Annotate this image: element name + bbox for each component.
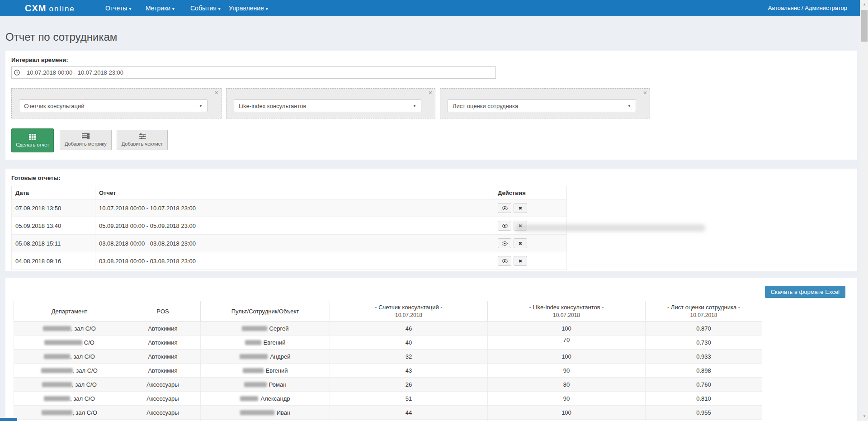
- status-tooltip: [0, 418, 17, 421]
- like-index-value: 100: [488, 406, 646, 420]
- employee-cell: Роман: [201, 378, 330, 392]
- table-row: 05.08.2018 15:11 03.08.2018 00:00 - 03.0…: [12, 235, 567, 252]
- counter-value: 51: [330, 392, 488, 406]
- counter-value: 40: [330, 336, 488, 350]
- counter-value: 44: [330, 406, 488, 420]
- filters-panel: Интервал времени: × Счетчик консультаций…: [5, 51, 857, 160]
- redacted-text: [240, 410, 274, 415]
- add-checklist-button[interactable]: Добавить чеклист: [117, 130, 168, 150]
- redacted-text: [242, 326, 267, 331]
- nav-menu-management[interactable]: Управление▾: [229, 0, 268, 16]
- delete-report-button[interactable]: ✖: [514, 238, 527, 248]
- close-icon[interactable]: ×: [215, 90, 218, 96]
- select-caret-icon: ▼: [413, 104, 416, 108]
- department-cell: , зал С/О: [14, 392, 125, 406]
- metric-bars-icon: [82, 133, 90, 139]
- department-cell: , зал С/О: [14, 350, 125, 364]
- employee-cell: Иван: [201, 406, 330, 420]
- metric-select-3[interactable]: Лист оценки сотрудника ▼: [448, 99, 636, 112]
- employee-cell: Евгений: [201, 364, 330, 378]
- score-value: 0.955: [646, 406, 762, 420]
- caret-down-icon: ▾: [218, 6, 221, 11]
- make-report-button[interactable]: Сделать отчет: [11, 128, 54, 152]
- col-header-score-sheet: - Лист оценки сотрудника -10.07.2018: [646, 301, 762, 322]
- counter-value: 43: [330, 364, 488, 378]
- col-header-like-index: - Like-index консультантов -10.07.2018: [488, 301, 646, 322]
- report-date: 07.09.2018 13:50: [12, 199, 95, 217]
- col-subheader-date: 10.07.2018: [490, 312, 643, 318]
- logo-primary: CXM: [25, 3, 46, 13]
- interval-input[interactable]: [22, 66, 496, 79]
- employee-cell: Александр: [201, 392, 330, 406]
- table-row: , зал С/О Автохимия Андрей 32 100 0.933: [14, 350, 762, 364]
- download-excel-button[interactable]: Скачать в формате Excel: [765, 286, 845, 298]
- filter-buttons-row: Сделать отчет Добавить метрику Добавить …: [11, 128, 173, 152]
- table-row-partial: [14, 420, 762, 421]
- view-report-button[interactable]: [498, 221, 511, 231]
- redacted-text: [42, 382, 72, 387]
- like-index-value: 100: [488, 350, 646, 364]
- eye-icon: [502, 259, 508, 263]
- make-report-label: Сделать отчет: [16, 142, 49, 147]
- delete-report-button[interactable]: ✖: [514, 203, 527, 213]
- nav-menu-metrics[interactable]: Метрики▾: [146, 0, 175, 16]
- pos-cell: Аксессуары: [125, 378, 201, 392]
- col-subheader-date: 10.07.2018: [647, 312, 760, 318]
- metric-box-2: × Like-index консультантов ▼: [226, 88, 435, 118]
- add-metric-button[interactable]: Добавить метрику: [60, 130, 112, 150]
- pos-cell: Аксессуары: [125, 392, 201, 406]
- metric-select-1[interactable]: Счетчик консультаций ▼: [19, 99, 208, 112]
- select-caret-icon: ▼: [627, 104, 631, 108]
- col-header-report: Отчет: [95, 186, 494, 199]
- like-index-value: 70: [488, 336, 646, 350]
- close-icon[interactable]: ×: [643, 90, 647, 96]
- table-row: 07.09.2018 13:50 10.07.2018 00:00 - 10.0…: [12, 199, 567, 217]
- redacted-text: [44, 354, 70, 359]
- view-report-button[interactable]: [498, 203, 511, 213]
- close-icon[interactable]: ×: [429, 90, 432, 96]
- app-logo[interactable]: CXMonline: [25, 0, 75, 16]
- table-row: 04.08.2018 09:16 03.08.2018 00:00 - 03.0…: [12, 252, 567, 270]
- delete-report-button[interactable]: ✖: [514, 256, 527, 266]
- user-account-link[interactable]: Автоальянс / Администратор: [768, 0, 847, 16]
- col-header-date: Дата: [12, 186, 95, 199]
- vertical-scrollbar[interactable]: ▲ ▼: [860, 0, 868, 421]
- results-table: Департамент POS Пульт/Сотрудник/Объект -…: [14, 301, 762, 421]
- table-header-row: Департамент POS Пульт/Сотрудник/Объект -…: [14, 301, 762, 322]
- report-interval: 10.07.2018 00:00 - 10.07.2018 23:00: [95, 199, 494, 217]
- employee-cell: Евгений: [201, 336, 330, 350]
- scrollbar-thumb[interactable]: [861, 10, 868, 42]
- caret-down-icon: ▾: [172, 6, 175, 11]
- close-icon: ✖: [519, 241, 522, 246]
- eye-icon: [502, 206, 508, 210]
- scroll-up-icon[interactable]: ▲: [860, 1, 868, 8]
- like-index-value: 90: [488, 364, 646, 378]
- col-header-counter: - Счетчик консультаций -10.07.2018: [330, 301, 488, 322]
- top-navbar: CXMonline Отчеты▾ Метрики▾ События▾ Упра…: [0, 0, 860, 16]
- table-grid-icon: [29, 134, 36, 140]
- report-date: 05.09.2018 13:40: [12, 217, 95, 235]
- nav-menu-reports[interactable]: Отчеты▾: [105, 0, 131, 16]
- view-report-button[interactable]: [498, 238, 511, 248]
- department-cell: , зал С/О: [14, 322, 125, 336]
- view-report-button[interactable]: [498, 256, 511, 266]
- table-header-row: Дата Отчет Действия: [12, 186, 567, 199]
- metric-box-3: × Лист оценки сотрудника ▼: [440, 88, 650, 118]
- score-value: 0.760: [646, 378, 762, 392]
- redacted-text: [44, 396, 70, 401]
- employee-cell: [201, 420, 330, 421]
- scroll-down-icon[interactable]: ▼: [860, 413, 868, 420]
- redacted-text: [44, 340, 82, 345]
- counter-value: 32: [330, 350, 488, 364]
- redacted-text: [245, 340, 261, 345]
- add-metric-label: Добавить метрику: [65, 141, 107, 147]
- pos-cell: Автохимия: [125, 350, 201, 364]
- logo-secondary: online: [49, 5, 75, 13]
- redacted-area: [515, 224, 705, 232]
- select-caret-icon: ▼: [199, 104, 203, 108]
- interval-label: Интервал времени:: [11, 57, 68, 63]
- metric-select-2[interactable]: Like-index консультантов ▼: [234, 99, 421, 112]
- like-index-value: 100: [488, 322, 646, 336]
- redacted-text: [243, 368, 264, 373]
- nav-menu-events[interactable]: События▾: [190, 0, 221, 16]
